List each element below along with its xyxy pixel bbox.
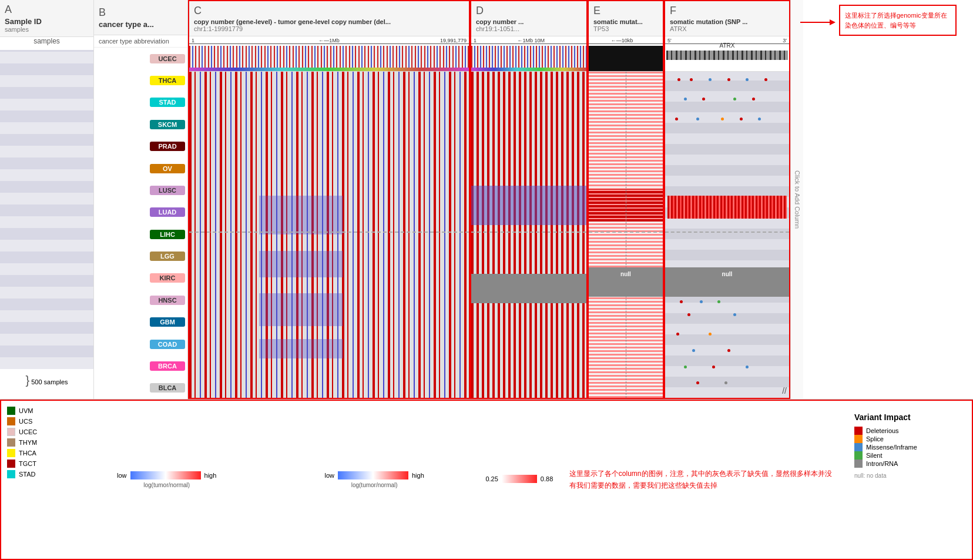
annotation-box: 这里标注了所选择genomic变量所在染色体的位置、编号等等	[839, 5, 957, 36]
cancer-row-ov: OV	[94, 157, 187, 179]
col-f-gene-bars	[666, 51, 788, 60]
col-d-stripes	[471, 72, 586, 398]
col-f-lgg-intense	[667, 196, 787, 219]
legend-label-ucs: UCS	[19, 418, 32, 425]
variant-impact-title: Variant Impact	[854, 413, 960, 422]
col-d-blue-block	[471, 186, 586, 225]
legend-item-thym: THYM	[7, 438, 60, 447]
col-d-title: copy number ...	[476, 18, 582, 25]
legend-gradient-d: low high log(tumor/normal)	[273, 407, 475, 553]
cancer-badge-coad: COAD	[150, 340, 185, 349]
cancer-badge-kirc: KIRC	[150, 273, 185, 283]
cancer-badge-lgg: LGG	[150, 252, 185, 261]
legend-d-gradient-bar	[338, 471, 408, 479]
col-f-dashed-divider	[665, 232, 789, 233]
col-c-letter: C	[194, 5, 464, 17]
legend-c-high: high	[204, 472, 217, 479]
legend-gradient-c: low high log(tumor/normal)	[66, 407, 267, 553]
cancer-row-coad: COAD	[94, 333, 187, 355]
legend-color-ucs	[7, 417, 15, 425]
legend-item-thca: THCA	[7, 449, 60, 457]
col-c-blue-block-2	[259, 251, 343, 277]
col-f-title: somatic mutation (SNP ...	[670, 18, 784, 25]
col-c-genomic-end: 19,991,779	[440, 38, 467, 43]
cancer-row-lusc: LUSC	[94, 179, 187, 201]
col-e-sub: TP53	[593, 25, 658, 32]
cancer-row-luad: LUAD	[94, 202, 187, 223]
cancer-badge-lihc: LIHC	[150, 230, 185, 239]
col-e-chrom-dark	[589, 46, 663, 71]
legend-item-uvm: UVM	[7, 407, 60, 415]
add-column-sidebar[interactable]: Click to Add Column	[790, 0, 803, 399]
legend-item-stad-legend: STAD	[7, 470, 60, 478]
legend-color-silent	[854, 451, 863, 460]
col-d-genomic-start: 1	[474, 38, 477, 43]
dot-s4	[740, 118, 743, 120]
col-e-genomic-mid: ←—10kb	[611, 38, 633, 43]
col-d-letter: D	[476, 5, 582, 17]
samples-count-label: 500 samples	[31, 378, 68, 385]
col-f-genomic-ruler: 5' 3' ATRX	[665, 36, 789, 72]
legend-c-low: low	[117, 472, 127, 479]
cancer-badge-hnsc: HNSC	[150, 296, 185, 305]
cancer-row-ucec: UCEC	[94, 48, 187, 69]
svg-marker-1	[830, 19, 836, 25]
legend-splice: Splice	[854, 435, 960, 443]
cancer-badge-ov: OV	[150, 164, 185, 173]
cancer-row-gbm: GBM	[94, 311, 187, 333]
legend-label-thym: THYM	[19, 439, 37, 446]
add-column-label: Click to Add Column	[794, 170, 801, 229]
legend-color-thca	[7, 449, 15, 457]
col-f-header: F somatic mutation (SNP ... ATRX	[665, 1, 789, 36]
col-e-genomic-ruler: ←—10kb	[589, 36, 663, 72]
col-d-color-band	[471, 68, 586, 71]
legend-d-low: low	[324, 472, 334, 479]
legend-label-deleterious: Deleterious	[866, 427, 899, 434]
col-a-samples-label: samples	[33, 37, 60, 45]
legend-null-label: null: no data	[854, 472, 960, 479]
dot-b12	[746, 365, 749, 368]
legend-missense: Missense/Inframe	[854, 443, 960, 451]
cancer-badge-stad: STAD	[150, 98, 185, 107]
legend-label-intron: Intron/RNA	[866, 460, 898, 467]
col-f-chrom-line	[665, 43, 789, 44]
legend-e-gradient-bar	[502, 475, 537, 483]
legend-variant-impact: Variant Impact Deleterious Splice Missen…	[848, 407, 966, 553]
col-b-letter: B	[99, 6, 183, 19]
cancer-type-abbreviation-label: cancer type abbreviation	[94, 35, 187, 48]
col-d-viz	[471, 72, 586, 398]
dot-s3	[721, 118, 724, 120]
col-a-sample-grid	[0, 50, 93, 369]
col-c-genomic-mid: ←—1Mb	[318, 38, 340, 43]
legend-item-ucs: UCS	[7, 417, 60, 425]
col-c-blue-block-4	[259, 339, 343, 358]
col-d-data-body	[471, 72, 586, 398]
dot-b5	[733, 313, 736, 316]
cancer-row-thca: THCA	[94, 69, 187, 91]
dot-b1	[680, 300, 683, 303]
col-b-body: cancer type abbreviation UCECTHCASTADSKC…	[94, 35, 187, 399]
cancer-badge-skcm: SKCM	[150, 120, 185, 129]
col-c-color-band	[189, 68, 469, 71]
legend-item-tgct: TGCT	[7, 460, 60, 468]
cancer-row-lgg: LGG	[94, 245, 187, 267]
column-e: E somatic mutat... TP53 ←—10kb null	[588, 0, 664, 399]
legend-c-gradient-bar	[130, 471, 201, 479]
legend-e-range-row: 0.25 0.88	[485, 475, 553, 483]
legend-note-area: 这里显示了各个column的图例，注意，其中的灰色表示了缺失值，显然很多样本并没…	[563, 407, 843, 553]
legend-area: UVM UCS UCEC THYM THCA TGCT	[0, 400, 973, 560]
col-c-viz	[189, 72, 469, 398]
col-e-title: somatic mutat...	[593, 18, 658, 25]
dot-4	[727, 78, 730, 81]
legend-color-intron	[854, 460, 863, 468]
col-e-center-line	[626, 72, 626, 398]
dot-b13	[696, 381, 699, 384]
legend-label-uvm: UVM	[19, 407, 33, 414]
legend-e-low: 0.25	[485, 475, 498, 482]
dot-b6	[676, 333, 679, 336]
col-d-header: D copy number ... chr19:1-1051...	[471, 1, 586, 36]
col-b-title: cancer type a...	[99, 20, 183, 29]
col-a-header: A Sample ID samples	[0, 0, 93, 37]
cancer-badge-brca: BRCA	[150, 361, 185, 371]
col-d-genomic-ruler: 1 ←1Mb 10M	[471, 36, 586, 72]
